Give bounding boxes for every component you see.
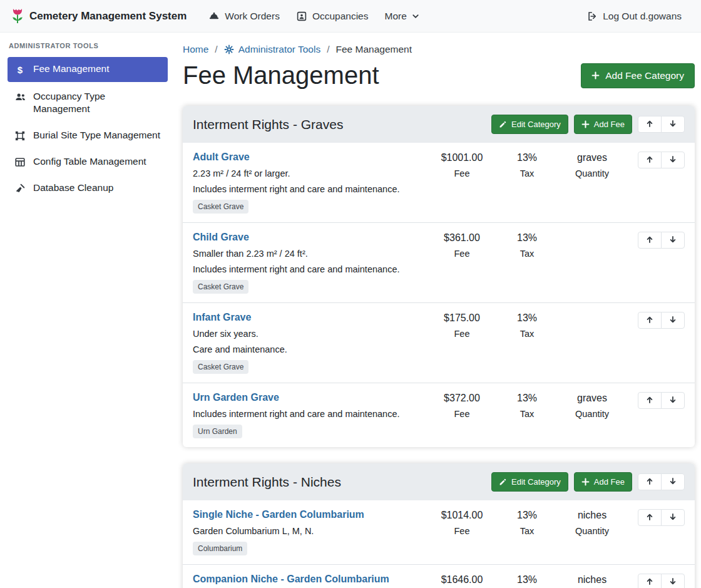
fee-row: Child Grave Smaller than 2.23 m² / 24 ft… [183, 222, 695, 302]
sidebar-item-label: Fee Management [33, 63, 110, 75]
nav-item-more[interactable]: More [377, 6, 427, 27]
fee-type-badge: Casket Grave [193, 360, 248, 374]
add-fee-category-button[interactable]: Add Fee Category [581, 63, 695, 88]
move-fee-down-button[interactable] [661, 574, 685, 588]
plus-icon [581, 478, 590, 486]
people-icon [14, 91, 26, 102]
fee-amount-label: Fee [429, 329, 494, 339]
arrow-up-icon [646, 120, 653, 128]
arrow-down-icon [669, 396, 677, 404]
nav-item-label: Work Orders [225, 11, 280, 22]
fee-descriptions: Under six years.Care and maintenance. [193, 329, 426, 354]
move-category-up-button[interactable] [638, 473, 662, 490]
breadcrumb-home-link[interactable]: Home [183, 44, 208, 55]
app-brand: Cemetery Management System [11, 8, 187, 24]
fee-description: 2.23 m² / 24 ft² or larger. [193, 168, 426, 178]
move-fee-up-button[interactable] [638, 574, 662, 588]
move-category-down-button[interactable] [661, 473, 685, 490]
fee-name-link[interactable]: Adult Grave [193, 152, 250, 163]
fee-quantity-label: Quantity [560, 168, 625, 178]
sidebar-item-fee-management[interactable]: $ Fee Management [8, 57, 168, 82]
fee-amount: $372.00 [429, 392, 494, 404]
pencil-icon [499, 120, 507, 128]
sidebar-heading: ADMINISTRATOR TOOLS [9, 42, 166, 49]
fee-tax-column: 13% Tax [494, 509, 560, 536]
fee-tax-label: Tax [494, 249, 560, 259]
fee-amount-column: $175.00 Fee [429, 312, 494, 339]
fee-category-card: Interment Rights - Niches Edit Category … [183, 463, 695, 588]
fee-amount-label: Fee [429, 526, 494, 536]
fee-descriptions: Includes interment right and care and ma… [193, 409, 426, 419]
add-fee-button[interactable]: Add Fee [574, 472, 632, 492]
nav-item-label: Occupancies [312, 11, 369, 22]
sidebar-item-database-cleanup[interactable]: Database Cleanup [8, 176, 168, 200]
fee-tax-label: Tax [494, 526, 560, 536]
fee-quantity-column: graves Quantity [560, 152, 625, 178]
move-fee-up-button[interactable] [638, 312, 662, 329]
sidebar: ADMINISTRATOR TOOLS $ Fee Management Occ… [0, 33, 175, 588]
arrow-up-icon [646, 513, 653, 521]
fee-description: Under six years. [193, 329, 426, 339]
add-fee-button[interactable]: Add Fee [574, 115, 632, 134]
sidebar-list: $ Fee Management Occupancy Type Manageme… [8, 57, 168, 200]
tulip-logo-icon [11, 8, 24, 24]
breadcrumb-separator: / [327, 44, 329, 55]
sidebar-item-config-table-management[interactable]: Config Table Management [8, 150, 168, 173]
move-fee-down-button[interactable] [661, 232, 685, 249]
dollar-icon: $ [14, 64, 26, 76]
move-fee-down-button[interactable] [661, 509, 685, 526]
fee-amount-column: $1001.00 Fee [429, 152, 494, 178]
plus-icon [581, 120, 590, 128]
fee-name-link[interactable]: Child Grave [193, 232, 249, 243]
fee-quantity: graves [560, 152, 625, 163]
move-category-down-button[interactable] [661, 116, 685, 133]
fee-reorder-buttons [633, 392, 685, 409]
fee-name-link[interactable]: Single Niche - Garden Columbarium [193, 509, 364, 520]
broom-icon [14, 183, 26, 194]
occupancies-icon [296, 11, 307, 22]
fee-amount: $175.00 [429, 312, 494, 324]
plus-icon [591, 71, 600, 80]
fee-tax: 13% [494, 232, 560, 244]
fee-amount: $1001.00 [429, 152, 494, 163]
fee-info: Companion Niche - Garden Columbarium Gar… [193, 574, 429, 588]
move-fee-down-button[interactable] [661, 152, 685, 168]
arrow-up-icon [646, 235, 653, 244]
top-navbar: Cemetery Management System Work Orders O… [0, 0, 701, 33]
category-title: Interment Rights - Graves [193, 117, 491, 132]
nav-item-occupancies[interactable]: Occupancies [288, 6, 377, 27]
fee-description: Includes interment right and care and ma… [193, 409, 426, 419]
fee-type-badge: Casket Grave [193, 200, 248, 214]
move-fee-up-button[interactable] [638, 232, 662, 249]
fee-name-link[interactable]: Urn Garden Grave [193, 392, 279, 403]
fee-tax: 13% [494, 509, 560, 521]
fee-name-link[interactable]: Companion Niche - Garden Columbarium [193, 574, 389, 585]
fee-description: Smaller than 2.23 m² / 24 ft². [193, 249, 426, 259]
move-fee-up-button[interactable] [638, 152, 662, 168]
edit-category-button[interactable]: Edit Category [491, 472, 568, 492]
fee-rows: Single Niche - Garden Columbarium Garden… [183, 500, 695, 588]
sidebar-item-label: Database Cleanup [33, 182, 113, 194]
edit-category-button[interactable]: Edit Category [491, 115, 568, 134]
move-fee-down-button[interactable] [661, 312, 685, 329]
breadcrumb-admin-link[interactable]: Administrator Tools [224, 44, 321, 55]
logout-button[interactable]: Log Out d.gowans [578, 6, 690, 27]
pencil-icon [499, 478, 507, 486]
move-category-up-button[interactable] [638, 116, 662, 133]
sidebar-item-burial-site-type-management[interactable]: Burial Site Type Management [8, 123, 168, 147]
fee-tax-column: 13% Tax [494, 392, 560, 419]
sidebar-item-occupancy-type-management[interactable]: Occupancy Type Management [8, 85, 168, 121]
fee-amount-column: $361.00 Fee [429, 232, 494, 259]
fee-reorder-buttons [633, 152, 685, 168]
fee-descriptions: Garden Columbarium L, M, N. [193, 526, 426, 536]
fee-tax-label: Tax [494, 409, 560, 419]
breadcrumb: Home / Administrator Tools / Fee Managem… [183, 44, 695, 55]
nav-item-work-orders[interactable]: Work Orders [200, 6, 288, 27]
move-fee-up-button[interactable] [638, 392, 662, 409]
fee-quantity-column [560, 232, 625, 237]
fee-name-link[interactable]: Infant Grave [193, 312, 251, 323]
move-fee-down-button[interactable] [661, 392, 685, 409]
fee-row: Infant Grave Under six years.Care and ma… [183, 302, 695, 383]
fee-amount: $1014.00 [429, 509, 494, 521]
move-fee-up-button[interactable] [638, 509, 662, 526]
